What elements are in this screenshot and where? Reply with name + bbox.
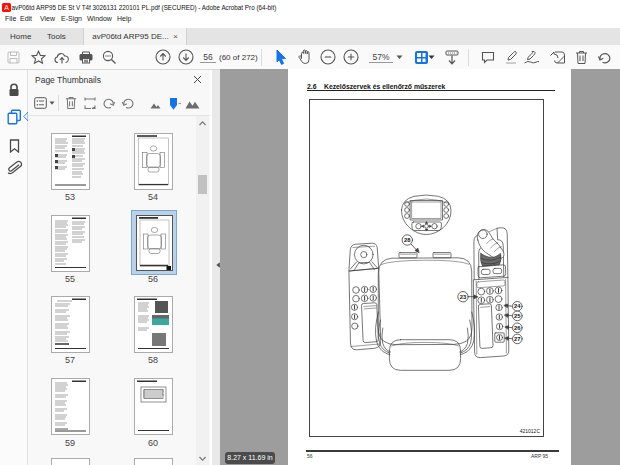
svg-text:26: 26: [514, 324, 521, 330]
svg-text:23: 23: [460, 293, 467, 299]
svg-text:28: 28: [404, 237, 411, 243]
svg-text:27: 27: [514, 336, 520, 342]
svg-text:24: 24: [514, 303, 521, 309]
svg-text:25: 25: [514, 313, 521, 319]
svg-text:A: A: [4, 4, 9, 11]
